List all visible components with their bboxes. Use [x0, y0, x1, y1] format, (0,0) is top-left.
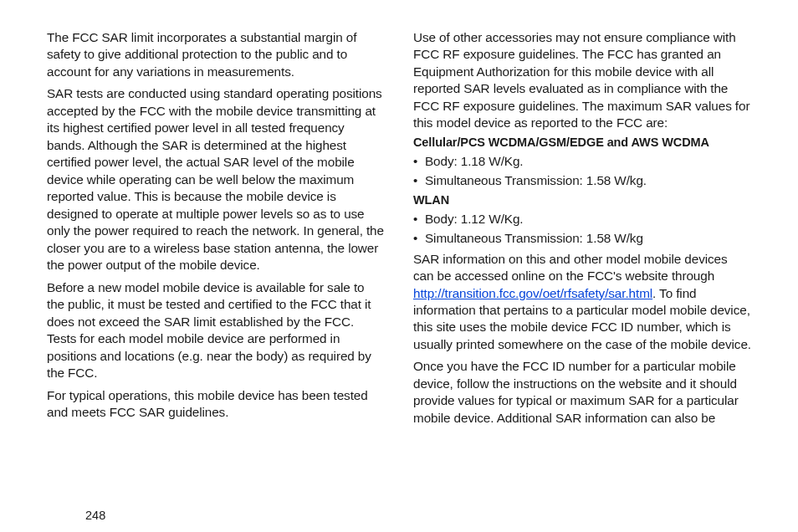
list-item: Body: 1.18 W/Kg. — [413, 152, 751, 170]
paragraph: For typical operations, this mobile devi… — [47, 387, 385, 422]
paragraph-with-link: SAR information on this and other model … — [413, 251, 751, 354]
left-column: The FCC SAR limit incorporates a substan… — [47, 29, 385, 432]
paragraph: The FCC SAR limit incorporates a substan… — [47, 29, 385, 80]
paragraph: Before a new model mobile device is avai… — [47, 279, 385, 382]
page-number: 248 — [85, 509, 105, 522]
list-item: Simultaneous Transmission: 1.58 W/kg. — [413, 171, 751, 189]
two-column-layout: The FCC SAR limit incorporates a substan… — [47, 29, 751, 432]
bullet-list: Body: 1.12 W/Kg. Simultaneous Transmissi… — [413, 210, 751, 248]
paragraph: SAR tests are conducted using standard o… — [47, 85, 385, 274]
paragraph: Once you have the FCC ID number for a pa… — [413, 358, 751, 427]
section-heading-cellular: Cellular/PCS WCDMA/GSM/EDGE and AWS WCDM… — [413, 136, 751, 149]
section-heading-wlan: WLAN — [413, 193, 751, 207]
list-item: Body: 1.12 W/Kg. — [413, 210, 751, 228]
fcc-sar-link[interactable]: http://transition.fcc.gov/oet/rfsafety/s… — [413, 286, 652, 300]
paragraph: Use of other accessories may not ensure … — [413, 29, 751, 132]
bullet-list: Body: 1.18 W/Kg. Simultaneous Transmissi… — [413, 152, 751, 190]
text-before-link: SAR information on this and other model … — [413, 252, 728, 283]
list-item: Simultaneous Transmission: 1.58 W/kg — [413, 229, 751, 247]
right-column: Use of other accessories may not ensure … — [413, 29, 751, 432]
